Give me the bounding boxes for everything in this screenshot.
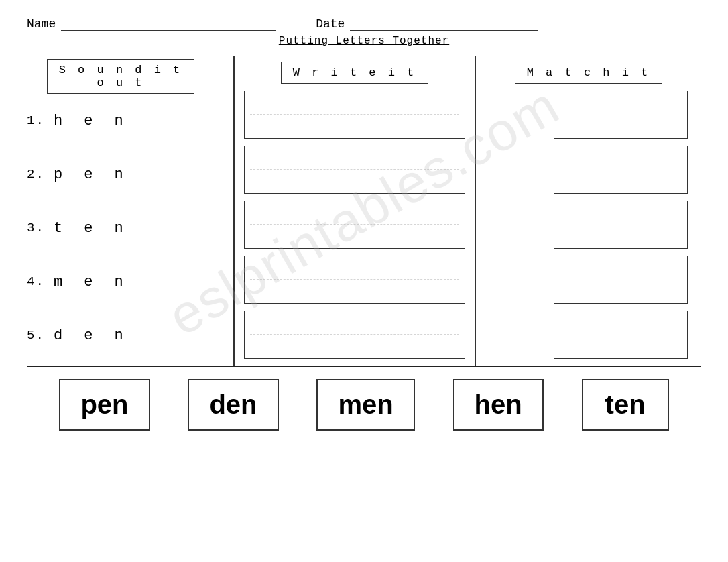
letter-p: p <box>54 166 64 183</box>
date-line <box>350 16 538 31</box>
match-box-1[interactable] <box>554 91 688 139</box>
word-row-5: 5. d e n <box>27 308 227 362</box>
letter-d: d <box>54 327 64 344</box>
worksheet: eslprintables.com S o u n d i t o u t 1.… <box>27 56 701 367</box>
write-dashes-4 <box>250 280 459 280</box>
word-card-den[interactable]: den <box>188 379 278 431</box>
letter-e-5: e <box>84 327 94 344</box>
header-row: Name Date <box>27 16 701 31</box>
letter-e-1: e <box>84 113 94 129</box>
word-card-hen[interactable]: hen <box>453 379 544 431</box>
match-box-3[interactable] <box>554 201 688 249</box>
letter-e-3: e <box>84 220 94 237</box>
word-card-ten[interactable]: ten <box>582 379 669 431</box>
word-card-men[interactable]: men <box>316 379 414 431</box>
letter-n-2: n <box>114 166 124 183</box>
word-num-4: 4. <box>27 274 47 289</box>
letter-e-4: e <box>84 274 94 290</box>
write-dashes-2 <box>250 170 459 170</box>
word-bank: pen den men hen ten <box>27 379 701 431</box>
write-dashes-3 <box>250 225 459 225</box>
letter-n-3: n <box>114 220 124 237</box>
word-num-2: 2. <box>27 167 47 182</box>
col-write: W r i t e i t <box>235 56 476 366</box>
word-letters-3: t e n <box>54 220 125 237</box>
letter-m: m <box>54 274 64 290</box>
name-line <box>61 16 276 31</box>
match-box-4[interactable] <box>554 256 688 304</box>
word-num-1: 1. <box>27 113 47 128</box>
word-letters-1: h e n <box>54 113 125 129</box>
write-box-2[interactable] <box>244 146 465 194</box>
match-box-5[interactable] <box>554 311 688 359</box>
word-row-3: 3. t e n <box>27 201 227 255</box>
write-box-4[interactable] <box>244 256 465 304</box>
subtitle: Putting Letters Together <box>27 35 701 47</box>
write-box-5[interactable] <box>244 311 465 359</box>
match-header: M a t c h i t <box>515 62 662 84</box>
word-row-1: 1. h e n <box>27 94 227 148</box>
write-box-1[interactable] <box>244 91 465 139</box>
word-num-5: 5. <box>27 328 47 343</box>
match-box-2[interactable] <box>554 146 688 194</box>
col-match: M a t c h i t <box>476 56 701 366</box>
write-header: W r i t e i t <box>281 62 428 84</box>
letter-n-5: n <box>114 327 124 344</box>
letter-n-1: n <box>114 113 124 129</box>
word-row-4: 4. m e n <box>27 255 227 308</box>
letter-e-2: e <box>84 166 94 183</box>
word-letters-4: m e n <box>54 274 125 290</box>
page: Name Date Putting Letters Together eslpr… <box>0 0 728 562</box>
write-dashes-5 <box>250 335 459 335</box>
word-num-3: 3. <box>27 221 47 235</box>
word-letters-5: d e n <box>54 327 125 344</box>
col-sound: S o u n d i t o u t 1. h e n 2. p e n <box>27 56 235 366</box>
name-label: Name <box>27 17 56 31</box>
letter-t: t <box>54 220 64 237</box>
word-card-pen[interactable]: pen <box>59 379 149 431</box>
letter-h: h <box>54 113 64 129</box>
write-dashes-1 <box>250 115 459 115</box>
sound-header: S o u n d i t o u t <box>47 59 194 94</box>
write-box-3[interactable] <box>244 201 465 249</box>
letter-n-4: n <box>114 274 124 290</box>
word-letters-2: p e n <box>54 166 125 183</box>
word-row-2: 2. p e n <box>27 148 227 201</box>
date-label: Date <box>316 17 345 31</box>
